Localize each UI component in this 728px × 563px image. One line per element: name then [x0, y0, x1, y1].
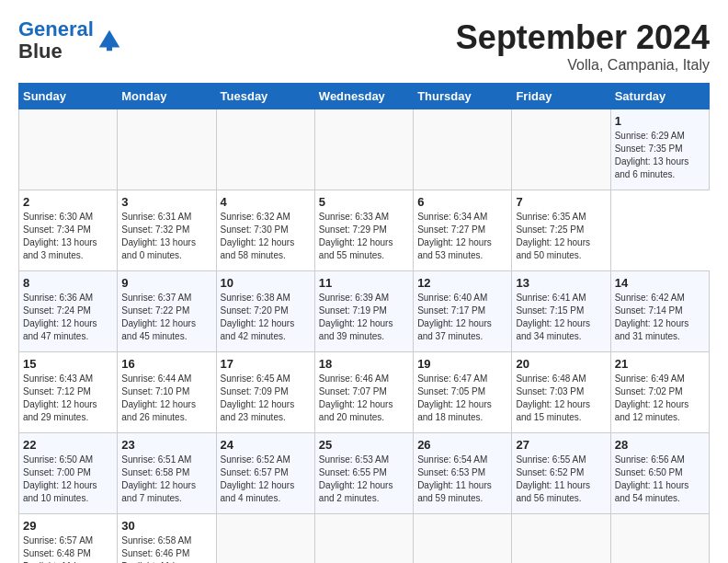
day-info: Sunrise: 6:50 AMSunset: 7:00 PMDaylight:…: [23, 454, 113, 505]
day-info: Sunrise: 6:48 AMSunset: 7:03 PMDaylight:…: [516, 373, 606, 424]
table-cell: 3 Sunrise: 6:31 AMSunset: 7:32 PMDayligh…: [118, 190, 216, 271]
day-info: Sunrise: 6:31 AMSunset: 7:32 PMDaylight:…: [121, 211, 211, 262]
col-saturday: Saturday: [610, 84, 709, 109]
table-row: 29 Sunrise: 6:57 AMSunset: 6:48 PMDaylig…: [19, 514, 710, 564]
day-number: 7: [516, 195, 606, 209]
table-cell: 10 Sunrise: 6:38 AMSunset: 7:20 PMDaylig…: [216, 271, 314, 352]
day-number: 16: [121, 357, 211, 371]
day-info: Sunrise: 6:37 AMSunset: 7:22 PMDaylight:…: [121, 292, 211, 343]
table-row: 15 Sunrise: 6:43 AMSunset: 7:12 PMDaylig…: [19, 352, 710, 433]
month-title: September 2024: [456, 18, 710, 57]
day-info: Sunrise: 6:36 AMSunset: 7:24 PMDaylight:…: [23, 292, 113, 343]
day-number: 12: [417, 276, 507, 290]
table-cell-empty: [118, 109, 216, 190]
table-cell: 26 Sunrise: 6:54 AMSunset: 6:53 PMDaylig…: [414, 433, 512, 514]
day-number: 10: [221, 276, 311, 290]
col-wednesday: Wednesday: [314, 84, 413, 109]
day-info: Sunrise: 6:55 AMSunset: 6:52 PMDaylight:…: [516, 454, 606, 505]
day-number: 1: [615, 114, 705, 128]
table-row: 1 Sunrise: 6:29 AMSunset: 7:35 PMDayligh…: [19, 109, 710, 190]
day-number: 13: [516, 276, 606, 290]
table-row: 2 Sunrise: 6:30 AMSunset: 7:34 PMDayligh…: [19, 190, 710, 271]
table-cell: 25 Sunrise: 6:53 AMSunset: 6:55 PMDaylig…: [314, 433, 413, 514]
col-sunday: Sunday: [19, 84, 118, 109]
col-tuesday: Tuesday: [216, 84, 314, 109]
table-cell: 20 Sunrise: 6:48 AMSunset: 7:03 PMDaylig…: [512, 352, 610, 433]
table-cell: 5 Sunrise: 6:33 AMSunset: 7:29 PMDayligh…: [314, 190, 413, 271]
day-info: Sunrise: 6:38 AMSunset: 7:20 PMDaylight:…: [221, 292, 311, 343]
calendar-header-row: Sunday Monday Tuesday Wednesday Thursday…: [19, 84, 710, 109]
table-cell-empty: [414, 514, 512, 564]
table-cell-empty: [216, 514, 314, 564]
day-info: Sunrise: 6:57 AMSunset: 6:48 PMDaylight:…: [23, 534, 113, 563]
day-number: 11: [319, 276, 409, 290]
table-cell: 27 Sunrise: 6:55 AMSunset: 6:52 PMDaylig…: [512, 433, 610, 514]
table-cell: 21 Sunrise: 6:49 AMSunset: 7:02 PMDaylig…: [610, 352, 709, 433]
table-cell: 13 Sunrise: 6:41 AMSunset: 7:15 PMDaylig…: [512, 271, 610, 352]
title-block: September 2024 Volla, Campania, Italy: [456, 18, 710, 74]
table-cell: 28 Sunrise: 6:56 AMSunset: 6:50 PMDaylig…: [610, 433, 709, 514]
table-cell-empty: [414, 109, 512, 190]
table-cell: 18 Sunrise: 6:46 AMSunset: 7:07 PMDaylig…: [314, 352, 413, 433]
table-cell: 7 Sunrise: 6:35 AMSunset: 7:25 PMDayligh…: [512, 190, 610, 271]
day-number: 6: [417, 195, 507, 209]
day-number: 22: [23, 438, 113, 452]
day-number: 30: [121, 519, 211, 533]
table-cell: 22 Sunrise: 6:50 AMSunset: 7:00 PMDaylig…: [19, 433, 118, 514]
day-number: 28: [615, 438, 705, 452]
day-info: Sunrise: 6:39 AMSunset: 7:19 PMDaylight:…: [319, 292, 409, 343]
table-cell: 30 Sunrise: 6:58 AMSunset: 6:46 PMDaylig…: [118, 514, 216, 564]
logo: GeneralBlue: [18, 18, 123, 63]
svg-rect-1: [107, 44, 112, 52]
table-cell-empty: [512, 514, 610, 564]
table-cell: 2 Sunrise: 6:30 AMSunset: 7:34 PMDayligh…: [19, 190, 118, 271]
table-cell: 9 Sunrise: 6:37 AMSunset: 7:22 PMDayligh…: [118, 271, 216, 352]
table-cell: 14 Sunrise: 6:42 AMSunset: 7:14 PMDaylig…: [610, 271, 709, 352]
table-cell: 29 Sunrise: 6:57 AMSunset: 6:48 PMDaylig…: [19, 514, 118, 564]
day-info: Sunrise: 6:32 AMSunset: 7:30 PMDaylight:…: [221, 211, 311, 262]
table-cell-empty: [314, 109, 413, 190]
calendar-table: Sunday Monday Tuesday Wednesday Thursday…: [18, 83, 710, 563]
table-cell-empty: [610, 514, 709, 564]
table-cell: 16 Sunrise: 6:44 AMSunset: 7:10 PMDaylig…: [118, 352, 216, 433]
day-info: Sunrise: 6:41 AMSunset: 7:15 PMDaylight:…: [516, 292, 606, 343]
day-info: Sunrise: 6:33 AMSunset: 7:29 PMDaylight:…: [319, 211, 409, 262]
day-number: 4: [221, 195, 311, 209]
day-info: Sunrise: 6:47 AMSunset: 7:05 PMDaylight:…: [417, 373, 507, 424]
table-cell: 1 Sunrise: 6:29 AMSunset: 7:35 PMDayligh…: [610, 109, 709, 190]
day-info: Sunrise: 6:58 AMSunset: 6:46 PMDaylight:…: [121, 534, 211, 563]
day-info: Sunrise: 6:46 AMSunset: 7:07 PMDaylight:…: [319, 373, 409, 424]
table-cell: 15 Sunrise: 6:43 AMSunset: 7:12 PMDaylig…: [19, 352, 118, 433]
day-info: Sunrise: 6:52 AMSunset: 6:57 PMDaylight:…: [221, 454, 311, 505]
day-number: 17: [221, 357, 311, 371]
day-number: 25: [319, 438, 409, 452]
day-number: 2: [23, 195, 113, 209]
logo-icon: [96, 27, 123, 54]
day-info: Sunrise: 6:54 AMSunset: 6:53 PMDaylight:…: [417, 454, 507, 505]
day-number: 27: [516, 438, 606, 452]
day-info: Sunrise: 6:29 AMSunset: 7:35 PMDaylight:…: [615, 130, 705, 181]
day-info: Sunrise: 6:30 AMSunset: 7:34 PMDaylight:…: [23, 211, 113, 262]
table-cell-empty: [512, 109, 610, 190]
day-number: 24: [221, 438, 311, 452]
day-info: Sunrise: 6:35 AMSunset: 7:25 PMDaylight:…: [516, 211, 606, 262]
day-number: 26: [417, 438, 507, 452]
table-cell-empty: [314, 514, 413, 564]
table-cell: 23 Sunrise: 6:51 AMSunset: 6:58 PMDaylig…: [118, 433, 216, 514]
day-number: 19: [417, 357, 507, 371]
table-cell: 24 Sunrise: 6:52 AMSunset: 6:57 PMDaylig…: [216, 433, 314, 514]
day-info: Sunrise: 6:53 AMSunset: 6:55 PMDaylight:…: [319, 454, 409, 505]
day-number: 20: [516, 357, 606, 371]
table-row: 22 Sunrise: 6:50 AMSunset: 7:00 PMDaylig…: [19, 433, 710, 514]
day-info: Sunrise: 6:49 AMSunset: 7:02 PMDaylight:…: [615, 373, 705, 424]
logo-text: GeneralBlue: [18, 18, 94, 63]
day-info: Sunrise: 6:56 AMSunset: 6:50 PMDaylight:…: [615, 454, 705, 505]
day-number: 9: [121, 276, 211, 290]
day-number: 23: [121, 438, 211, 452]
day-info: Sunrise: 6:45 AMSunset: 7:09 PMDaylight:…: [221, 373, 311, 424]
day-number: 3: [121, 195, 211, 209]
table-row: 8 Sunrise: 6:36 AMSunset: 7:24 PMDayligh…: [19, 271, 710, 352]
day-info: Sunrise: 6:40 AMSunset: 7:17 PMDaylight:…: [417, 292, 507, 343]
location-subtitle: Volla, Campania, Italy: [456, 57, 710, 74]
table-cell: 19 Sunrise: 6:47 AMSunset: 7:05 PMDaylig…: [414, 352, 512, 433]
